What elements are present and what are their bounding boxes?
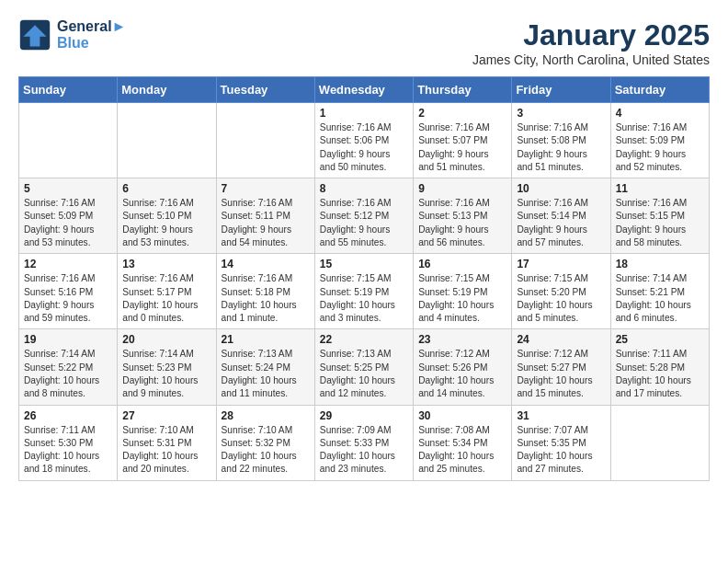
day-cell: 2Sunrise: 7:16 AM Sunset: 5:07 PM Daylig… xyxy=(414,103,512,178)
day-header-thursday: Thursday xyxy=(414,77,512,103)
month-title: January 2025 xyxy=(472,18,710,52)
week-row-2: 5Sunrise: 7:16 AM Sunset: 5:09 PM Daylig… xyxy=(19,178,710,254)
day-number: 30 xyxy=(418,409,506,422)
day-number: 20 xyxy=(122,333,210,346)
day-cell: 22Sunrise: 7:13 AM Sunset: 5:25 PM Dayli… xyxy=(314,329,413,405)
calendar-table: SundayMondayTuesdayWednesdayThursdayFrid… xyxy=(18,76,710,481)
week-row-1: 1Sunrise: 7:16 AM Sunset: 5:06 PM Daylig… xyxy=(19,103,710,178)
day-cell: 9Sunrise: 7:16 AM Sunset: 5:13 PM Daylig… xyxy=(414,178,512,254)
day-detail: Sunrise: 7:16 AM Sunset: 5:18 PM Dayligh… xyxy=(222,272,310,325)
day-number: 4 xyxy=(616,107,704,120)
day-detail: Sunrise: 7:11 AM Sunset: 5:28 PM Dayligh… xyxy=(616,348,704,400)
day-detail: Sunrise: 7:15 AM Sunset: 5:19 PM Dayligh… xyxy=(320,272,408,325)
day-number: 14 xyxy=(222,258,310,270)
day-number: 28 xyxy=(222,409,310,422)
day-cell: 26Sunrise: 7:11 AM Sunset: 5:30 PM Dayli… xyxy=(19,405,118,480)
logo-icon xyxy=(18,18,51,52)
day-number: 1 xyxy=(320,107,408,120)
day-number: 17 xyxy=(517,258,605,270)
day-cell: 6Sunrise: 7:16 AM Sunset: 5:10 PM Daylig… xyxy=(118,178,216,254)
day-detail: Sunrise: 7:09 AM Sunset: 5:33 PM Dayligh… xyxy=(320,424,408,477)
day-detail: Sunrise: 7:11 AM Sunset: 5:30 PM Dayligh… xyxy=(24,424,112,477)
day-detail: Sunrise: 7:10 AM Sunset: 5:32 PM Dayligh… xyxy=(222,424,310,477)
day-cell: 14Sunrise: 7:16 AM Sunset: 5:18 PM Dayli… xyxy=(216,254,314,329)
day-header-tuesday: Tuesday xyxy=(216,77,314,103)
day-cell: 12Sunrise: 7:16 AM Sunset: 5:16 PM Dayli… xyxy=(19,254,118,329)
day-detail: Sunrise: 7:16 AM Sunset: 5:06 PM Dayligh… xyxy=(320,121,408,174)
day-cell: 16Sunrise: 7:15 AM Sunset: 5:19 PM Dayli… xyxy=(414,254,512,329)
page-header: General► Blue January 2025 James City, N… xyxy=(18,18,710,67)
day-number: 24 xyxy=(517,333,605,346)
day-number: 18 xyxy=(616,258,704,270)
day-number: 7 xyxy=(222,182,310,195)
day-cell: 15Sunrise: 7:15 AM Sunset: 5:19 PM Dayli… xyxy=(314,254,413,329)
day-number: 19 xyxy=(24,333,112,346)
day-header-monday: Monday xyxy=(118,77,216,103)
day-number: 8 xyxy=(320,182,408,195)
day-detail: Sunrise: 7:07 AM Sunset: 5:35 PM Dayligh… xyxy=(517,424,605,477)
day-detail: Sunrise: 7:16 AM Sunset: 5:14 PM Dayligh… xyxy=(517,197,605,249)
day-number: 31 xyxy=(517,409,605,422)
day-cell: 31Sunrise: 7:07 AM Sunset: 5:35 PM Dayli… xyxy=(512,405,610,480)
day-number: 22 xyxy=(320,333,408,346)
day-number: 29 xyxy=(320,409,408,422)
day-number: 25 xyxy=(616,333,704,346)
day-detail: Sunrise: 7:16 AM Sunset: 5:13 PM Dayligh… xyxy=(418,197,506,249)
day-number: 11 xyxy=(616,182,704,195)
day-cell: 11Sunrise: 7:16 AM Sunset: 5:15 PM Dayli… xyxy=(610,178,709,254)
day-cell xyxy=(216,103,314,178)
day-cell xyxy=(19,103,118,178)
day-cell: 29Sunrise: 7:09 AM Sunset: 5:33 PM Dayli… xyxy=(314,405,413,480)
day-header-wednesday: Wednesday xyxy=(314,77,413,103)
day-detail: Sunrise: 7:12 AM Sunset: 5:27 PM Dayligh… xyxy=(517,348,605,400)
day-detail: Sunrise: 7:16 AM Sunset: 5:15 PM Dayligh… xyxy=(616,197,704,249)
day-cell: 1Sunrise: 7:16 AM Sunset: 5:06 PM Daylig… xyxy=(314,103,413,178)
day-number: 26 xyxy=(24,409,112,422)
title-block: January 2025 James City, North Carolina,… xyxy=(472,18,710,67)
day-number: 9 xyxy=(418,182,506,195)
day-number: 27 xyxy=(122,409,210,422)
day-header-friday: Friday xyxy=(512,77,610,103)
day-cell: 5Sunrise: 7:16 AM Sunset: 5:09 PM Daylig… xyxy=(19,178,118,254)
day-cell xyxy=(118,103,216,178)
day-header-sunday: Sunday xyxy=(19,77,118,103)
day-detail: Sunrise: 7:16 AM Sunset: 5:17 PM Dayligh… xyxy=(122,272,210,325)
day-detail: Sunrise: 7:14 AM Sunset: 5:23 PM Dayligh… xyxy=(122,348,210,400)
header-row: SundayMondayTuesdayWednesdayThursdayFrid… xyxy=(19,77,710,103)
day-cell: 8Sunrise: 7:16 AM Sunset: 5:12 PM Daylig… xyxy=(314,178,413,254)
day-number: 21 xyxy=(222,333,310,346)
day-number: 10 xyxy=(517,182,605,195)
day-cell: 19Sunrise: 7:14 AM Sunset: 5:22 PM Dayli… xyxy=(19,329,118,405)
day-detail: Sunrise: 7:14 AM Sunset: 5:22 PM Dayligh… xyxy=(24,348,112,400)
day-cell: 27Sunrise: 7:10 AM Sunset: 5:31 PM Dayli… xyxy=(118,405,216,480)
day-cell: 4Sunrise: 7:16 AM Sunset: 5:09 PM Daylig… xyxy=(610,103,709,178)
day-number: 15 xyxy=(320,258,408,270)
day-number: 5 xyxy=(24,182,112,195)
day-detail: Sunrise: 7:16 AM Sunset: 5:10 PM Dayligh… xyxy=(122,197,210,249)
day-cell: 28Sunrise: 7:10 AM Sunset: 5:32 PM Dayli… xyxy=(216,405,314,480)
week-row-5: 26Sunrise: 7:11 AM Sunset: 5:30 PM Dayli… xyxy=(19,405,710,480)
day-detail: Sunrise: 7:12 AM Sunset: 5:26 PM Dayligh… xyxy=(418,348,506,400)
day-detail: Sunrise: 7:13 AM Sunset: 5:25 PM Dayligh… xyxy=(320,348,408,400)
day-detail: Sunrise: 7:16 AM Sunset: 5:07 PM Dayligh… xyxy=(418,121,506,174)
day-detail: Sunrise: 7:13 AM Sunset: 5:24 PM Dayligh… xyxy=(222,348,310,400)
day-detail: Sunrise: 7:08 AM Sunset: 5:34 PM Dayligh… xyxy=(418,424,506,477)
day-detail: Sunrise: 7:16 AM Sunset: 5:09 PM Dayligh… xyxy=(24,197,112,249)
day-cell: 10Sunrise: 7:16 AM Sunset: 5:14 PM Dayli… xyxy=(512,178,610,254)
day-detail: Sunrise: 7:15 AM Sunset: 5:20 PM Dayligh… xyxy=(517,272,605,325)
day-number: 6 xyxy=(122,182,210,195)
location-title: James City, North Carolina, United State… xyxy=(472,52,710,67)
day-cell: 17Sunrise: 7:15 AM Sunset: 5:20 PM Dayli… xyxy=(512,254,610,329)
day-number: 13 xyxy=(122,258,210,270)
day-number: 16 xyxy=(418,258,506,270)
day-cell: 13Sunrise: 7:16 AM Sunset: 5:17 PM Dayli… xyxy=(118,254,216,329)
day-cell: 18Sunrise: 7:14 AM Sunset: 5:21 PM Dayli… xyxy=(610,254,709,329)
day-cell: 25Sunrise: 7:11 AM Sunset: 5:28 PM Dayli… xyxy=(610,329,709,405)
week-row-3: 12Sunrise: 7:16 AM Sunset: 5:16 PM Dayli… xyxy=(19,254,710,329)
day-cell: 23Sunrise: 7:12 AM Sunset: 5:26 PM Dayli… xyxy=(414,329,512,405)
day-detail: Sunrise: 7:16 AM Sunset: 5:09 PM Dayligh… xyxy=(616,121,704,174)
day-detail: Sunrise: 7:14 AM Sunset: 5:21 PM Dayligh… xyxy=(616,272,704,325)
logo: General► Blue xyxy=(18,18,126,52)
day-cell: 24Sunrise: 7:12 AM Sunset: 5:27 PM Dayli… xyxy=(512,329,610,405)
day-number: 3 xyxy=(517,107,605,120)
